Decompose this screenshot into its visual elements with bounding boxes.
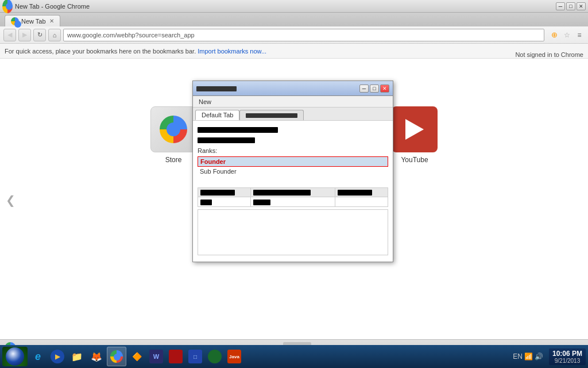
dialog-top-redacted (198, 125, 388, 133)
title-bar-controls: ─ □ ✕ (556, 2, 586, 10)
dialog-menu-new[interactable]: New (196, 98, 214, 105)
table-header-col2 (251, 188, 335, 197)
network-icon: 📶 (524, 352, 533, 361)
dialog-title-text (196, 85, 237, 92)
youtube-icon-image (392, 106, 438, 152)
windows-dialog: ─ □ ✕ New Default Tab Ranks: Founder Sub… (192, 80, 393, 262)
taskbar-explorer-button[interactable]: 📁 (68, 347, 86, 366)
app1-icon: W (149, 350, 163, 363)
taskbar: e ▶ 📁 🦊 🔶 W (0, 345, 588, 368)
wrench-icon[interactable]: ≡ (574, 30, 585, 40)
system-clock[interactable]: 10:06 PM 9/21/2013 (549, 348, 586, 365)
windows-media-player-icon: ▶ (51, 350, 64, 363)
nav-bar: ◀ ▶ ↻ ⌂ www.google.com/webhp?source=sear… (0, 26, 588, 44)
star-icon[interactable]: ☆ (562, 30, 572, 40)
browser-tab-newtab[interactable]: New Tab ✕ (5, 15, 60, 26)
refresh-button[interactable]: ↻ (33, 29, 46, 41)
table-row (198, 197, 388, 206)
system-tray: EN 📶 🔊 10:06 PM 9/21/2013 (509, 348, 586, 365)
taskbar-firefox-button[interactable]: 🦊 (87, 347, 106, 366)
dialog-title-bar: ─ □ ✕ (193, 81, 393, 96)
back-button[interactable]: ◀ (3, 29, 16, 41)
app3-icon: □ (188, 350, 202, 363)
browser-title: New Tab - Google Chrome (15, 3, 90, 10)
table-header-col1 (198, 188, 251, 197)
java-icon: Java (227, 350, 241, 363)
taskbar-app2-button[interactable] (167, 347, 185, 366)
maximize-button[interactable]: □ (566, 2, 575, 10)
dialog-textarea[interactable] (198, 209, 388, 255)
bookmark-bar: For quick access, place your bookmarks h… (0, 44, 588, 59)
volume-icon: 🔊 (535, 352, 543, 361)
browser-title-bar: New Tab - Google Chrome ─ □ ✕ (0, 0, 588, 13)
dialog-second-redacted (198, 136, 388, 144)
taskbar-vlc-button[interactable]: 🔶 (127, 347, 146, 366)
clock-time: 10:06 PM (552, 350, 582, 358)
title-bar-left: New Tab - Google Chrome (2, 1, 90, 12)
forward-button[interactable]: ▶ (18, 29, 31, 41)
taskbar-wmp-button[interactable]: ▶ (48, 347, 67, 366)
dialog-table (198, 187, 388, 207)
close-browser-button[interactable]: ✕ (577, 2, 586, 10)
youtube-play-icon (405, 119, 424, 140)
nav-icons: ⊕ ☆ ≡ (549, 30, 585, 40)
tab-bar: New Tab ✕ (0, 13, 588, 26)
ie-icon: e (31, 350, 45, 363)
table-header-col3 (335, 188, 388, 197)
home-button[interactable]: ⌂ (48, 29, 61, 41)
rss-icon: ⊕ (549, 30, 559, 40)
language-indicator: EN (513, 352, 523, 361)
rank-founder-item[interactable]: Founder (198, 156, 388, 167)
dialog-close-button[interactable]: ✕ (380, 85, 389, 93)
dialog-body: Ranks: Founder Sub Founder (193, 121, 393, 262)
rank-sub-founder-item[interactable]: Sub Founder (198, 167, 388, 176)
app4-icon (208, 350, 222, 363)
vlc-icon: 🔶 (130, 350, 144, 363)
dialog-tab-second[interactable] (239, 110, 304, 120)
dialog-window-controls: ─ □ ✕ (359, 85, 389, 93)
table-cell-1-2 (251, 197, 335, 206)
taskbar-chrome-button[interactable] (107, 347, 126, 366)
minimize-button[interactable]: ─ (556, 2, 565, 10)
import-bookmarks-link[interactable]: Import bookmarks now... (198, 48, 266, 55)
sys-tray-icons: EN 📶 🔊 (509, 352, 547, 361)
taskbar-java-button[interactable]: Java (225, 347, 243, 366)
file-explorer-icon: 📁 (70, 350, 84, 363)
taskbar-app1-button[interactable]: W (147, 347, 165, 366)
dialog-menu-bar: New (193, 96, 393, 108)
dialog-tabs: Default Tab (193, 108, 393, 121)
carousel-left-arrow[interactable]: ❮ (6, 193, 16, 207)
taskbar-ie-button[interactable]: e (29, 347, 47, 366)
app-icon-store[interactable]: Store (150, 106, 196, 164)
start-orb-icon (6, 347, 24, 366)
taskbar-app3-button[interactable]: □ (186, 347, 204, 366)
table-cell-1-3 (335, 197, 388, 206)
start-button[interactable] (2, 347, 28, 366)
chrome-small-icon (2, 1, 13, 12)
clock-date: 9/21/2013 (552, 358, 582, 364)
firefox-icon: 🦊 (90, 350, 103, 363)
app-icon-youtube[interactable]: YouTube (392, 106, 438, 164)
dialog-maximize-button[interactable]: □ (370, 85, 379, 93)
table-cell-1-1 (198, 197, 251, 206)
chrome-taskbar-icon (110, 350, 123, 363)
youtube-label: YouTube (401, 156, 428, 164)
tab-close-icon[interactable]: ✕ (49, 18, 54, 24)
app2-icon (169, 350, 183, 363)
dialog-minimize-button[interactable]: ─ (359, 85, 369, 93)
taskbar-app4-button[interactable] (206, 347, 224, 366)
dialog-tab-default[interactable]: Default Tab (195, 110, 239, 120)
address-bar[interactable]: www.google.com/webhp?source=search_app (63, 29, 544, 41)
ranks-label: Ranks: (198, 147, 388, 154)
store-icon-image (150, 106, 196, 152)
store-label: Store (165, 156, 182, 164)
